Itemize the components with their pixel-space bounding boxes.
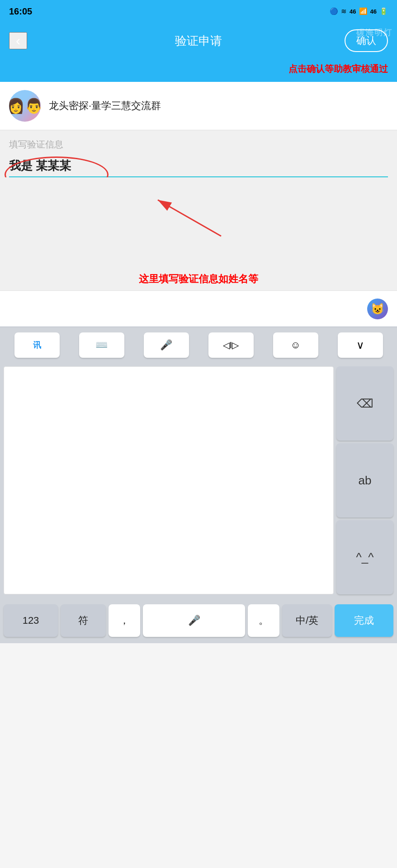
face-label: ^_^ [356,550,374,564]
keyboard-toolbar: 😺 [0,290,397,327]
arrow-container [9,191,388,245]
fn-emoji-btn[interactable]: ☺ [273,332,318,358]
key-dot-button[interactable]: 。 [248,604,279,637]
status-time: 16:05 [9,6,32,17]
key-lang-button[interactable]: 中/英 [282,604,332,637]
fn-hide-btn[interactable]: ∨ [338,332,383,358]
ab-label: ab [359,474,372,488]
verification-input[interactable] [9,159,388,177]
keyboard-main: ⌫ ab ^_^ [0,363,397,598]
wifi-icon: ≋ [341,7,347,15]
fn-cursor-btn[interactable]: ◁I▷ [208,332,254,358]
cursor-icon: ◁I▷ [223,340,239,351]
avatar-woman-icon: 👩 [9,97,25,114]
battery-icon: 🔋 [379,7,388,15]
face-key[interactable]: ^_^ [336,520,393,594]
key-123-label: 123 [23,615,39,626]
key-space-button[interactable]: 🎤 [143,604,245,637]
emoji-face-icon: ☺ [290,339,300,351]
svg-line-1 [158,200,221,236]
key-fu-button[interactable]: 符 [61,604,106,637]
fn-mic-btn[interactable]: 🎤 [144,332,189,358]
key-comma-label: ， [119,614,129,627]
page-title: 验证申请 [175,33,222,49]
keyboard-input-area[interactable] [4,366,334,594]
bottom-annotation-text: 这里填写验证信息如姓名等 [139,272,258,286]
key-done-button[interactable]: 完成 [335,604,393,637]
group-name: 龙头密探·量学三慧交流群 [49,99,161,113]
input-method-icon: 讯 [33,340,41,351]
keyboard-right-panel: ⌫ ab ^_^ [334,363,397,598]
form-section: 填写验证信息 [0,130,397,154]
top-annotation-area: 点击确认等助教审核通过 [0,59,397,82]
key-done-label: 完成 [354,614,374,627]
form-placeholder-label: 填写验证信息 [9,139,63,149]
bluetooth-icon: 🔵 [330,7,338,15]
top-annotation-text: 点击确认等助教审核通过 [288,62,388,75]
annotation-arrow-svg [131,191,266,245]
ab-key[interactable]: ab [336,443,393,517]
bottom-annotation-area: 这里填写验证信息如姓名等 [0,177,397,290]
header: 碳海明灯 ‹ 验证申请 确认 [0,23,397,59]
avatar-man-icon: 👨 [25,97,41,114]
group-avatar: 👩 👨 [9,90,41,122]
avatar-couple: 👩 👨 [9,90,41,122]
backspace-icon: ⌫ [357,397,373,411]
confirm-button[interactable]: 确认 [345,29,388,52]
back-button[interactable]: ‹ [9,32,27,49]
keyboard-fn-row: 讯 ⌨️ 🎤 ◁I▷ ☺ ∨ [0,327,397,363]
key-123-button[interactable]: 123 [4,604,58,637]
status-bar: 16:05 🔵 ≋ 46 📶 46 🔋 [0,0,397,23]
keyboard-icon: ⌨️ [95,339,108,351]
key-fu-label: 符 [78,614,88,627]
chevron-down-icon: ∨ [356,339,364,351]
group-info: 👩 👨 龙头密探·量学三慧交流群 [0,82,397,130]
fn-input-method-btn[interactable]: 讯 [14,332,60,358]
signal-4g-icon: 46 [350,8,356,15]
keyboard-emoji-button[interactable]: 😺 [367,299,388,319]
mic-icon: 🎤 [160,339,172,351]
input-wrapper [0,154,397,177]
emoji-cat-icon: 😺 [371,303,384,315]
signal-4g-2-icon: 46 [370,8,377,15]
fn-keyboard-btn[interactable]: ⌨️ [79,332,124,358]
status-icons: 🔵 ≋ 46 📶 46 🔋 [330,7,388,15]
delete-key[interactable]: ⌫ [336,366,393,441]
space-mic-icon: 🎤 [188,615,200,626]
keyboard-bottom-row: 123 符 ， 🎤 。 中/英 完成 [0,598,397,643]
key-comma-button[interactable]: ， [109,604,140,637]
key-dot-label: 。 [259,614,269,627]
signal-bars-icon: 📶 [359,7,368,15]
key-lang-label: 中/英 [296,614,318,627]
